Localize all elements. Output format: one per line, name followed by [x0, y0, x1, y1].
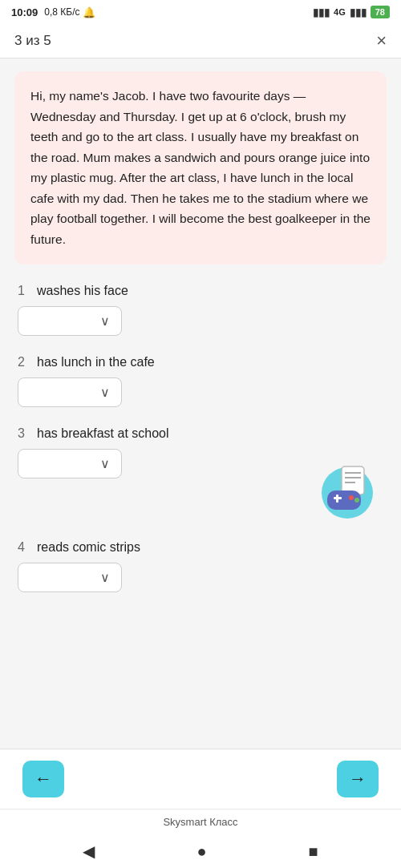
chevron-down-icon-3: ∨: [100, 456, 110, 471]
question-3-left: ∨: [18, 449, 311, 478]
chevron-down-icon-4: ∨: [100, 570, 110, 585]
main-content: Hi, my name's Jacob. I have two favourit…: [0, 59, 401, 749]
network-type: 4G: [334, 7, 346, 17]
android-nav: ◀ ● ■: [0, 834, 401, 868]
mascot-image: [311, 449, 383, 521]
dropdown-4[interactable]: ∨: [18, 563, 122, 592]
question-item-1: 1 washes his face ∨: [18, 284, 383, 336]
svg-rect-1: [342, 466, 364, 495]
dropdown-1[interactable]: ∨: [18, 306, 122, 336]
passage-card: Hi, my name's Jacob. I have two favourit…: [14, 71, 387, 264]
progress-label: 3 из 5: [14, 33, 51, 49]
battery-indicator: 78: [371, 6, 390, 18]
dropdown-3[interactable]: ∨: [18, 449, 122, 478]
svg-point-7: [354, 498, 359, 503]
status-bar: 10:09 0,8 КБ/с 🔔 ▮▮▮ 4G ▮▮▮ 78: [0, 0, 401, 24]
question-number-2: 2: [18, 355, 29, 369]
question-text-4: reads comic strips: [37, 540, 140, 555]
signal-icon: ▮▮▮: [313, 6, 330, 18]
signal-icon-2: ▮▮▮: [350, 6, 367, 18]
passage-text: Hi, my name's Jacob. I have two favourit…: [30, 89, 371, 246]
question-text-3: has breakfast at school: [37, 426, 169, 441]
question-number-3: 3: [18, 426, 29, 441]
status-bar-right: ▮▮▮ 4G ▮▮▮ 78: [313, 6, 390, 18]
forward-button[interactable]: →: [337, 761, 379, 797]
question-label-2: 2 has lunch in the cafe: [18, 355, 383, 369]
android-back-button[interactable]: ◀: [83, 842, 95, 861]
app-footer: Skysmart Класс: [0, 809, 401, 834]
svg-point-6: [349, 495, 354, 500]
android-home-button[interactable]: ●: [196, 842, 206, 861]
question-label-3: 3 has breakfast at school: [18, 426, 383, 441]
question-label-4: 4 reads comic strips: [18, 540, 383, 555]
footer-label: Skysmart Класс: [163, 816, 237, 828]
question-text-1: washes his face: [37, 284, 128, 298]
question-item-2: 2 has lunch in the cafe ∨: [18, 355, 383, 407]
question-number-4: 4: [18, 540, 29, 555]
question-item-3: 3 has breakfast at school ∨: [18, 426, 383, 521]
question-number-1: 1: [18, 284, 29, 298]
dropdown-2[interactable]: ∨: [18, 377, 122, 407]
question-3-row: ∨: [18, 449, 383, 521]
app-header: 3 из 5 ×: [0, 24, 401, 59]
question-label-1: 1 washes his face: [18, 284, 383, 298]
status-bar-left: 10:09 0,8 КБ/с 🔔: [11, 6, 95, 18]
question-text-2: has lunch in the cafe: [37, 355, 155, 369]
question-item-4: 4 reads comic strips ∨: [18, 540, 383, 592]
notification-icon: 🔔: [83, 6, 95, 18]
close-button[interactable]: ×: [376, 32, 387, 50]
android-recent-button[interactable]: ■: [308, 842, 318, 861]
data-speed: 0,8 КБ/с: [44, 6, 79, 18]
chevron-down-icon-1: ∨: [100, 313, 110, 329]
back-button[interactable]: ←: [22, 761, 64, 797]
chevron-down-icon-2: ∨: [100, 385, 110, 400]
time-display: 10:09: [11, 6, 38, 18]
questions-section: 1 washes his face ∨ 2 has lunch in the c…: [14, 284, 387, 592]
bottom-nav: ← →: [0, 749, 401, 809]
svg-rect-9: [336, 495, 338, 503]
